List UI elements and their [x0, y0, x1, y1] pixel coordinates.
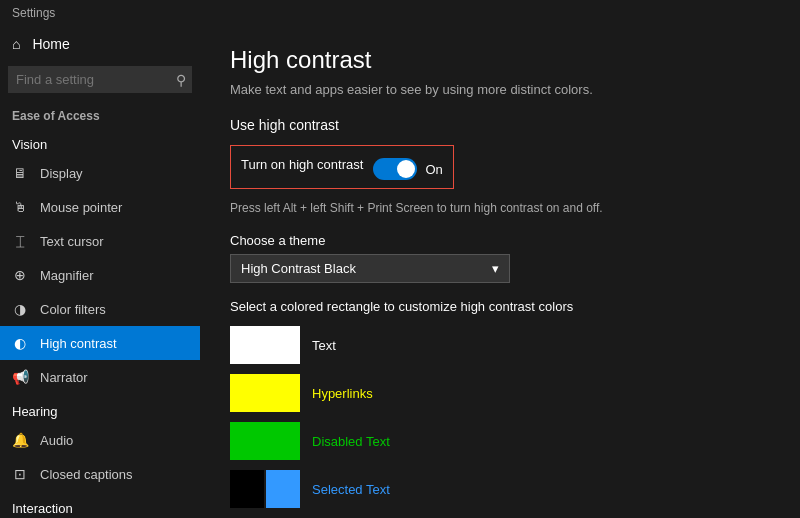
- search-box: ⚲: [8, 66, 192, 93]
- sidebar-item-mouse-pointer[interactable]: 🖱 Mouse pointer: [0, 190, 200, 224]
- toggle-container: Turn on high contrast On: [230, 145, 454, 189]
- app-title: Settings: [12, 6, 55, 20]
- sidebar: ⌂ Home ⚲ Ease of Access Vision 🖥 Display…: [0, 26, 200, 518]
- text-color-swatch[interactable]: [230, 326, 300, 364]
- toggle-state-text: On: [425, 162, 442, 177]
- mouse-icon: 🖱: [12, 199, 28, 215]
- sidebar-item-color-filters[interactable]: ◑ Color filters: [0, 292, 200, 326]
- home-label: Home: [32, 36, 69, 52]
- use-high-contrast-heading: Use high contrast: [230, 117, 770, 133]
- audio-icon: 🔔: [12, 432, 28, 448]
- sidebar-item-high-contrast[interactable]: ◐ High contrast: [0, 326, 200, 360]
- narrator-icon: 📢: [12, 369, 28, 385]
- search-icon: ⚲: [176, 72, 186, 88]
- sidebar-item-display[interactable]: 🖥 Display: [0, 156, 200, 190]
- sidebar-item-color-filters-label: Color filters: [40, 302, 106, 317]
- sidebar-item-magnifier[interactable]: ⊕ Magnifier: [0, 258, 200, 292]
- color-row-disabled-text: Disabled Text: [230, 422, 770, 460]
- selected-text-swatch-bg[interactable]: [230, 470, 264, 508]
- hyperlinks-color-label: Hyperlinks: [312, 386, 373, 401]
- selected-text-color-label: Selected Text: [312, 482, 390, 497]
- chevron-down-icon: ▾: [492, 261, 499, 276]
- color-filters-icon: ◑: [12, 301, 28, 317]
- sidebar-home-button[interactable]: ⌂ Home: [0, 26, 200, 62]
- sidebar-item-high-contrast-label: High contrast: [40, 336, 117, 351]
- choose-theme-label: Choose a theme: [230, 233, 770, 248]
- text-color-label: Text: [312, 338, 336, 353]
- disabled-text-color-swatch[interactable]: [230, 422, 300, 460]
- interaction-group-label: Interaction: [0, 491, 200, 518]
- high-contrast-toggle[interactable]: [373, 158, 417, 180]
- sidebar-item-audio-label: Audio: [40, 433, 73, 448]
- page-title: High contrast: [230, 46, 770, 74]
- hearing-group-label: Hearing: [0, 394, 200, 423]
- main-content: High contrast Make text and apps easier …: [200, 26, 800, 518]
- high-contrast-icon: ◐: [12, 335, 28, 351]
- title-bar: Settings: [0, 0, 800, 26]
- hyperlinks-color-swatch[interactable]: [230, 374, 300, 412]
- hint-text: Press left Alt + left Shift + Print Scre…: [230, 199, 770, 217]
- ease-of-access-label: Ease of Access: [0, 101, 200, 127]
- home-icon: ⌂: [12, 36, 20, 52]
- disabled-text-color-label: Disabled Text: [312, 434, 390, 449]
- text-cursor-icon: ⌶: [12, 233, 28, 249]
- sidebar-item-mouse-label: Mouse pointer: [40, 200, 122, 215]
- page-subtitle: Make text and apps easier to see by usin…: [230, 82, 770, 97]
- sidebar-item-narrator[interactable]: 📢 Narrator: [0, 360, 200, 394]
- sidebar-item-closed-captions[interactable]: ⊡ Closed captions: [0, 457, 200, 491]
- display-icon: 🖥: [12, 165, 28, 181]
- color-row-hyperlinks: Hyperlinks: [230, 374, 770, 412]
- selected-text-swatch-fg[interactable]: [266, 470, 300, 508]
- sidebar-item-narrator-label: Narrator: [40, 370, 88, 385]
- magnifier-icon: ⊕: [12, 267, 28, 283]
- color-row-text: Text: [230, 326, 770, 364]
- color-section-label: Select a colored rectangle to customize …: [230, 299, 770, 314]
- vision-group-label: Vision: [0, 127, 200, 156]
- sidebar-item-display-label: Display: [40, 166, 83, 181]
- sidebar-item-cursor-label: Text cursor: [40, 234, 104, 249]
- sidebar-item-captions-label: Closed captions: [40, 467, 133, 482]
- color-row-selected-text: Selected Text: [230, 470, 770, 508]
- search-input[interactable]: [8, 66, 192, 93]
- toggle-label: Turn on high contrast: [241, 157, 363, 172]
- theme-value: High Contrast Black: [241, 261, 356, 276]
- theme-dropdown[interactable]: High Contrast Black ▾: [230, 254, 510, 283]
- sidebar-item-magnifier-label: Magnifier: [40, 268, 93, 283]
- sidebar-item-audio[interactable]: 🔔 Audio: [0, 423, 200, 457]
- closed-captions-icon: ⊡: [12, 466, 28, 482]
- sidebar-item-text-cursor[interactable]: ⌶ Text cursor: [0, 224, 200, 258]
- selected-text-swatch-pair: [230, 470, 300, 508]
- toggle-row: On: [373, 158, 442, 180]
